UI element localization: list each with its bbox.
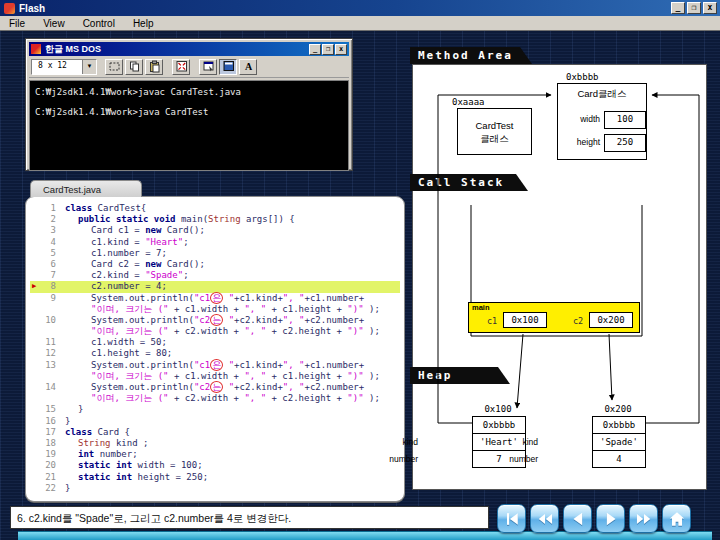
line-number: 21 — [30, 472, 65, 483]
stack-frame-main: main c1 0x100 c2 0x200 — [468, 302, 640, 333]
minimize-button[interactable]: _ — [671, 2, 685, 14]
window-title: Flash — [19, 3, 45, 14]
dos-minimize-button[interactable]: _ — [309, 44, 321, 55]
rewind-icon — [535, 509, 555, 529]
maximize-button[interactable]: ❐ — [687, 2, 701, 14]
var-label-c2: c2 — [573, 316, 583, 326]
dos-title-bar[interactable]: 한글 MS DOS _ ❐ x — [29, 42, 349, 56]
code-text: } — [65, 404, 83, 415]
code-text: static int width = 100; — [65, 460, 203, 471]
line-number: 5 — [30, 248, 65, 259]
title-bar: Flash _ ❐ x — [0, 0, 720, 16]
code-text: Card c1 = new Card(); — [65, 225, 205, 236]
code-text: c1.kind = "Heart"; — [65, 237, 189, 248]
cardtest-class-address: 0xaaaa — [452, 97, 485, 107]
play-icon — [601, 509, 621, 529]
line-number — [30, 304, 65, 315]
code-line: 13System.out.println("c1은 "+c1.kind+", "… — [30, 360, 400, 371]
code-line: "이며, 크기는 (" + c2.width + ", " + c2.heigh… — [30, 393, 400, 404]
var-label-c1: c1 — [487, 316, 497, 326]
code-text: System.out.println("c2는 "+c2.kind+", "+c… — [65, 382, 364, 393]
field-label: kind — [500, 437, 538, 447]
toolbar-copy-button[interactable] — [125, 59, 143, 75]
menu-item-control[interactable]: Control — [74, 18, 124, 29]
card-class-name: Card클래스 — [558, 88, 646, 101]
nav-first-button[interactable] — [497, 504, 526, 533]
dos-restore-button[interactable]: ❐ — [322, 44, 334, 55]
dos-close-button[interactable]: x — [335, 44, 347, 55]
code-line: 4c1.kind = "Heart"; — [30, 237, 400, 248]
toolbar-fullscreen-button[interactable] — [172, 59, 190, 75]
card-class-address: 0xbbbb — [566, 72, 599, 82]
home-icon — [667, 509, 687, 529]
cardtest-class-name-kr: 클래스 — [480, 132, 509, 145]
width-value: 100 — [604, 111, 646, 129]
tab-cardtest-java[interactable]: CardTest.java — [30, 180, 142, 197]
line-number: 1 — [30, 203, 65, 214]
close-button[interactable]: x — [703, 2, 717, 14]
code-line: 2public static void main(String args[]) … — [30, 214, 400, 225]
menu-item-file[interactable]: File — [0, 18, 34, 29]
nav-forward-button[interactable] — [629, 504, 658, 533]
hangul-dos-icon — [31, 44, 41, 54]
nav-rewind-button[interactable] — [530, 504, 559, 533]
code-text: int number; — [65, 449, 138, 460]
cardtest-class-box: CardTest 클래스 — [457, 108, 532, 155]
toolbar-paste-button[interactable] — [145, 59, 163, 75]
previous-icon — [568, 509, 588, 529]
code-text: "이며, 크기는 (" + c2.width + ", " + c2.heigh… — [65, 326, 380, 337]
dos-window-title: 한글 MS DOS — [45, 43, 308, 56]
menu-item-help[interactable]: Help — [124, 18, 163, 29]
line-number: 18 — [30, 438, 65, 449]
line-number: 11 — [30, 337, 65, 348]
class-ref-cell: 0xbbbb — [593, 417, 645, 434]
code-text: c1.width = 50; — [65, 337, 167, 348]
code-line: 11c1.width = 50; — [30, 337, 400, 348]
line-number — [30, 326, 65, 337]
properties-icon — [202, 60, 215, 73]
line-number: 22 — [30, 483, 65, 494]
toolbar-marquee-select-button[interactable] — [105, 59, 123, 75]
code-text: System.out.println("c2는 "+c2.kind+", "+c… — [65, 315, 364, 326]
frame-name: main — [472, 304, 490, 312]
code-line: 14System.out.println("c2는 "+c2.kind+", "… — [30, 382, 400, 393]
menu-item-view[interactable]: View — [34, 18, 74, 29]
code-text: c1.number = 7; — [65, 248, 167, 259]
var-value-c2: 0x200 — [589, 312, 633, 328]
nav-previous-button[interactable] — [563, 504, 592, 533]
method-area-header: Method Area — [410, 47, 532, 64]
menu-bar: FileViewControlHelp — [0, 16, 720, 31]
code-line: 6Card c2 = new Card(); — [30, 259, 400, 270]
code-line: 10System.out.println("c2는 "+c2.kind+", "… — [30, 315, 400, 326]
font-size-select[interactable]: 8 x 12 ▼ — [31, 59, 97, 75]
dos-console[interactable]: C:₩j2sdk1.4.1₩work>javac CardTest.javaC:… — [29, 80, 349, 171]
code-text: c2.number = 4; — [65, 281, 167, 292]
height-value: 250 — [604, 134, 646, 152]
nav-play-button[interactable] — [596, 504, 625, 533]
code-text: static int height = 250; — [65, 472, 208, 483]
code-text: } — [65, 416, 70, 427]
code-text: c1.height = 80; — [65, 348, 172, 359]
code-line: 5c1.number = 7; — [30, 248, 400, 259]
line-number: 10 — [30, 315, 65, 326]
nav-home-button[interactable] — [662, 504, 691, 533]
background-icon — [222, 60, 235, 73]
line-number — [30, 393, 65, 404]
chevron-down-icon[interactable]: ▼ — [82, 60, 96, 74]
line-number: 19 — [30, 449, 65, 460]
call-stack-header: Call Stack — [410, 174, 528, 191]
code-text: "이며, 크기는 (" + c2.width + ", " + c2.heigh… — [65, 393, 380, 404]
code-line: 18String kind ; — [30, 438, 400, 449]
field-label: number — [500, 454, 538, 464]
code-text: class CardTest{ — [65, 203, 146, 214]
line-number — [30, 371, 65, 382]
line-number: 17 — [30, 427, 65, 438]
toolbar-properties-button[interactable] — [199, 59, 217, 75]
line-number: 16 — [30, 416, 65, 427]
flash-app-icon — [4, 3, 15, 14]
toolbar-font-button[interactable]: A — [239, 59, 257, 75]
code-line: 3Card c1 = new Card(); — [30, 225, 400, 236]
toolbar-background-button[interactable] — [219, 59, 237, 75]
line-number: 9 — [30, 293, 65, 304]
code-line-highlighted: 8c2.number = 4; — [30, 281, 400, 292]
